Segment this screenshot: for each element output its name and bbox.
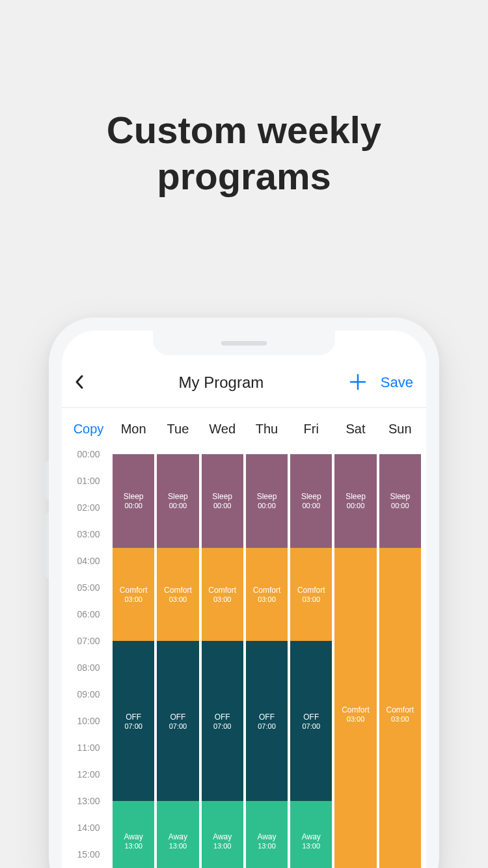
chevron-left-icon: [75, 375, 84, 389]
schedule-block-sleep[interactable]: Sleep00:00: [246, 454, 288, 548]
schedule-block-off[interactable]: OFF07:00: [202, 641, 243, 801]
schedule-block-comfort[interactable]: Comfort03:00: [290, 548, 332, 642]
block-mode-label: OFF: [259, 712, 275, 722]
save-button[interactable]: Save: [381, 374, 413, 391]
hour-label: 01:00: [66, 476, 111, 486]
block-time-label: 00:00: [258, 502, 276, 509]
block-mode-label: Sleep: [301, 492, 321, 501]
block-time-label: 13:00: [258, 842, 276, 850]
block-time-label: 07:00: [169, 722, 187, 730]
block-mode-label: Comfort: [386, 705, 414, 714]
hour-label: 04:00: [66, 556, 111, 566]
track-thu: Sleep00:00Comfort03:00OFF07:00Away13:00: [246, 454, 288, 868]
block-mode-label: Away: [257, 832, 276, 841]
block-mode-label: Sleep: [390, 492, 410, 501]
block-time-label: 07:00: [303, 722, 321, 730]
block-mode-label: OFF: [126, 712, 141, 722]
schedule-block-off[interactable]: OFF07:00: [113, 641, 154, 801]
copy-button[interactable]: Copy: [66, 422, 111, 437]
schedule-block-comfort[interactable]: Comfort03:00: [113, 548, 154, 642]
schedule-block-comfort[interactable]: Comfort03:00: [379, 548, 421, 869]
block-mode-label: Comfort: [253, 586, 281, 595]
block-mode-label: Sleep: [346, 492, 366, 501]
hour-label: 05:00: [66, 582, 111, 593]
track-wed: Sleep00:00Comfort03:00OFF07:00Away13:00: [202, 454, 243, 868]
schedule-block-away[interactable]: Away13:00: [113, 801, 154, 868]
hour-label: 06:00: [66, 609, 111, 619]
day-header-mon[interactable]: Mon: [111, 422, 156, 437]
block-mode-label: Sleep: [124, 492, 144, 501]
day-header-sat[interactable]: Sat: [333, 422, 377, 437]
schedule-block-sleep[interactable]: Sleep00:00: [334, 454, 376, 548]
day-header-tue[interactable]: Tue: [156, 422, 200, 437]
block-mode-label: Away: [124, 832, 143, 841]
block-time-label: 00:00: [213, 502, 232, 509]
day-header-wed[interactable]: Wed: [200, 422, 245, 437]
block-mode-label: Away: [213, 832, 232, 841]
block-time-label: 03:00: [347, 715, 365, 723]
block-time-label: 03:00: [258, 595, 276, 603]
block-time-label: 07:00: [124, 722, 142, 730]
block-mode-label: Comfort: [297, 586, 325, 595]
block-mode-label: Sleep: [257, 492, 277, 501]
block-time-label: 03:00: [169, 595, 187, 603]
block-time-label: 00:00: [169, 502, 187, 509]
day-header-thu[interactable]: Thu: [245, 422, 289, 437]
back-button[interactable]: [75, 372, 93, 394]
time-column: 00:0001:0002:0003:0004:0005:0006:0007:00…: [66, 454, 111, 868]
schedule-block-comfort[interactable]: Comfort03:00: [157, 548, 198, 642]
block-time-label: 00:00: [391, 502, 409, 509]
phone-notch: [153, 331, 335, 355]
block-time-label: 03:00: [213, 595, 232, 603]
block-mode-label: OFF: [170, 712, 185, 722]
schedule-block-off[interactable]: OFF07:00: [157, 641, 198, 801]
schedule-block-off[interactable]: OFF07:00: [246, 641, 288, 801]
block-time-label: 03:00: [303, 595, 321, 603]
hour-label: 07:00: [66, 636, 111, 646]
schedule-block-away[interactable]: Away13:00: [246, 801, 288, 868]
block-time-label: 13:00: [124, 842, 142, 850]
block-time-label: 07:00: [213, 722, 232, 730]
schedule-block-comfort[interactable]: Comfort03:00: [334, 548, 376, 869]
tracks: Sleep00:00Comfort03:00OFF07:00Away13:00S…: [111, 454, 422, 868]
schedule-block-away[interactable]: Away13:00: [202, 801, 243, 868]
block-time-label: 00:00: [347, 502, 365, 509]
schedule-block-comfort[interactable]: Comfort03:00: [246, 548, 288, 642]
hour-label: 00:00: [66, 449, 111, 459]
schedule-block-away[interactable]: Away13:00: [290, 801, 332, 868]
block-mode-label: Sleep: [212, 492, 232, 501]
schedule-block-off[interactable]: OFF07:00: [290, 641, 332, 801]
block-mode-label: OFF: [303, 712, 319, 722]
schedule-block-sleep[interactable]: Sleep00:00: [113, 454, 154, 548]
block-mode-label: Away: [302, 832, 321, 841]
block-time-label: 03:00: [124, 595, 142, 603]
hour-label: 10:00: [66, 716, 111, 726]
block-mode-label: Comfort: [342, 705, 370, 714]
navbar: My Program Save: [62, 364, 426, 401]
day-header-fri[interactable]: Fri: [289, 422, 333, 437]
track-fri: Sleep00:00Comfort03:00OFF07:00Away13:00: [290, 454, 332, 868]
schedule-block-sleep[interactable]: Sleep00:00: [379, 454, 421, 548]
track-tue: Sleep00:00Comfort03:00OFF07:00Away13:00: [157, 454, 198, 868]
promo-title: Custom weeklyprograms: [0, 107, 488, 200]
phone-screen: My Program Save Copy MonTueWedThuFriSatS…: [62, 331, 426, 868]
block-mode-label: Comfort: [208, 586, 236, 595]
day-header-row: Copy MonTueWedThuFriSatSun: [62, 413, 426, 445]
day-header-sun[interactable]: Sun: [378, 422, 422, 437]
phone-mockup: My Program Save Copy MonTueWedThuFriSatS…: [49, 318, 439, 868]
hour-label: 14:00: [66, 822, 111, 833]
track-sat: Sleep00:00Comfort03:00: [334, 454, 376, 868]
hour-label: 11:00: [66, 742, 111, 753]
block-mode-label: Comfort: [164, 586, 192, 595]
add-button[interactable]: [349, 372, 366, 394]
block-mode-label: Comfort: [120, 586, 148, 595]
schedule-block-sleep[interactable]: Sleep00:00: [202, 454, 243, 548]
hour-label: 12:00: [66, 769, 111, 780]
schedule-block-sleep[interactable]: Sleep00:00: [290, 454, 332, 548]
hour-label: 08:00: [66, 662, 111, 673]
schedule-block-sleep[interactable]: Sleep00:00: [157, 454, 198, 548]
block-time-label: 00:00: [124, 502, 142, 509]
hour-label: 03:00: [66, 529, 111, 539]
schedule-block-comfort[interactable]: Comfort03:00: [202, 548, 243, 642]
schedule-block-away[interactable]: Away13:00: [157, 801, 198, 868]
